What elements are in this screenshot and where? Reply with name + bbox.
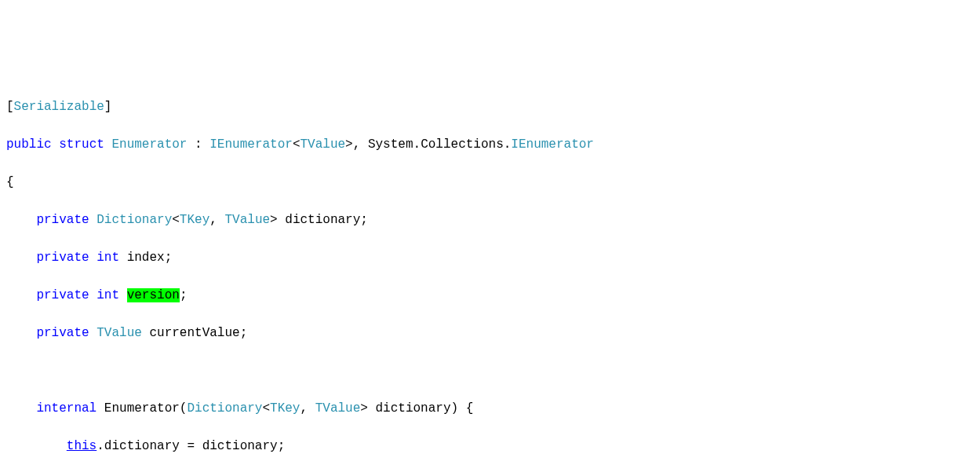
type-enumerator: Enumerator bbox=[111, 137, 187, 152]
code-block: [Serializable] public struct Enumerator … bbox=[6, 79, 974, 454]
keyword-internal: internal bbox=[36, 401, 97, 416]
code-line-7: private TValue currentValue; bbox=[6, 324, 974, 342]
keyword-struct: struct bbox=[59, 137, 104, 152]
type-tvalue-3: TValue bbox=[97, 326, 142, 340]
keyword-int: int bbox=[97, 251, 119, 265]
type-tvalue-2: TValue bbox=[224, 213, 270, 227]
keyword-private: private bbox=[36, 213, 89, 227]
type-ienumerator-2: IEnumerator bbox=[511, 137, 594, 152]
keyword-this: this bbox=[67, 439, 97, 453]
code-line-1: [Serializable] bbox=[6, 97, 974, 116]
code-line-5: private int index; bbox=[6, 248, 974, 267]
code-line-3: { bbox=[6, 173, 974, 192]
type-tvalue: TValue bbox=[301, 137, 346, 152]
type-dictionary: Dictionary bbox=[97, 213, 172, 227]
code-line-2: public struct Enumerator : IEnumerator<T… bbox=[6, 135, 974, 154]
code-line-4: private Dictionary<TKey, TValue> diction… bbox=[6, 211, 974, 229]
type-tkey: TKey bbox=[180, 213, 209, 227]
keyword-public: public bbox=[6, 137, 52, 152]
code-line-10: this.dictionary = dictionary; bbox=[6, 437, 974, 454]
type-tvalue-4: TValue bbox=[315, 401, 361, 416]
code-line-blank-1 bbox=[6, 361, 974, 380]
code-line-6: private int version; bbox=[6, 286, 974, 305]
type-tkey-2: TKey bbox=[270, 401, 300, 416]
type-ienumerator: IEnumerator bbox=[209, 137, 293, 152]
code-line-9: internal Enumerator(Dictionary<TKey, TVa… bbox=[6, 399, 974, 418]
highlighted-version: version bbox=[127, 288, 180, 302]
keyword-private-2: private bbox=[36, 251, 89, 265]
attribute-serializable: Serializable bbox=[14, 100, 104, 114]
keyword-private-3: private bbox=[36, 288, 89, 302]
keyword-int-2: int bbox=[97, 288, 119, 302]
keyword-private-4: private bbox=[36, 326, 89, 340]
type-dictionary-2: Dictionary bbox=[187, 401, 262, 416]
